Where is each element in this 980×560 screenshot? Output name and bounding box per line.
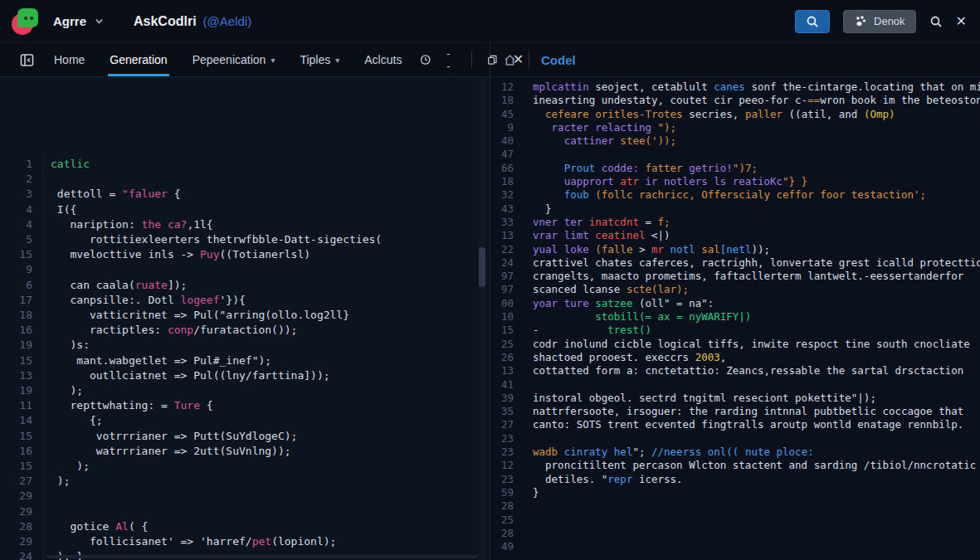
line-number: 47 [490, 148, 522, 161]
code-line: 43 } [490, 202, 980, 216]
code-line: 28 [490, 527, 980, 540]
code-text [522, 378, 533, 392]
line-number: 13 [0, 368, 44, 383]
tab-tiples[interactable]: Tiples▾ [300, 43, 339, 76]
code-line: 9 racter relacting "); [490, 121, 980, 134]
code-line: 15 mvelocttive inls -> Puy((Totianerlsl) [0, 247, 490, 262]
code-text: mvelocttive inls -> Puy((Totianerlsl) [44, 247, 310, 262]
line-number: 11 [0, 398, 44, 413]
collapse-panel-icon[interactable] [20, 53, 34, 67]
code-line: 29 [0, 489, 490, 504]
line-number: 00 [490, 297, 522, 310]
code-line: 26shactoed prooest. execcrs 2003, [490, 351, 980, 364]
code-line: 27canto: SOTS trent ecvented fingtralls … [490, 418, 980, 431]
code-line: 97scanced lcanse scte(lar); [490, 283, 980, 296]
tab-home[interactable]: Home [54, 43, 85, 76]
app-window: Agrre AskCodlri (@Aeldi) Denok ✕ [0, 0, 980, 560]
line-number: 10 [490, 310, 522, 324]
line-number: 35 [490, 405, 522, 418]
line-number: 6 [0, 278, 44, 293]
tab-aclcuts[interactable]: Aclcuts [364, 43, 402, 76]
line-number: 29 [0, 489, 44, 504]
code-text: outllciatnet => Pul((lny/farttina])); [44, 368, 330, 383]
line-number: 16 [0, 323, 44, 338]
code-text [44, 504, 51, 519]
line-number: 1 [0, 157, 44, 172]
line-number: 43 [490, 202, 522, 216]
code-text: yoar ture satzee (oll" = na": [522, 297, 714, 310]
code-line: 28 gotice Al( { [0, 519, 490, 534]
code-text: gotice Al( { [44, 519, 148, 534]
search-icon[interactable] [929, 15, 943, 28]
overflow-dashes[interactable]: -- [446, 47, 456, 72]
code-text [522, 499, 533, 513]
line-number: 28 [0, 519, 44, 534]
denok-button-label: Denok [874, 15, 905, 27]
code-text: votrrrianer => Putt(SuYdlogeC); [44, 429, 297, 444]
code-line: 24crattivel chates caferces, ractrighh, … [490, 256, 980, 270]
code-line: 5 rottitiexleerters thetrwfbble-Datt-sig… [0, 232, 490, 247]
line-number: 2 [0, 172, 44, 187]
secondary-bar: HomeGenerationPepeenication▾Tiples▾Aclcu… [0, 43, 980, 77]
line-number: 15 [0, 247, 44, 262]
primary-search-button[interactable] [795, 10, 830, 33]
line-number: 24 [0, 549, 44, 560]
tab-pepeenication[interactable]: Pepeenication▾ [193, 43, 275, 76]
close-icon[interactable]: ✕ [956, 15, 967, 28]
workspace-selector[interactable]: Agrre [53, 14, 104, 28]
code-text: yual loke (falle > mr notl sal[netl)); [522, 243, 770, 256]
line-number: 15 [0, 353, 44, 368]
right-panel-title: Codel [541, 53, 576, 67]
code-line: 00yoar ture satzee (oll" = na": [490, 297, 980, 310]
code-line: 13 outllciatnet => Pul((lny/farttina])); [0, 368, 490, 383]
line-number: 4 [0, 217, 44, 232]
code-text: mplcattin seoject, cetablult canes sonf … [522, 80, 980, 94]
line-number: 59 [490, 486, 522, 499]
code-text: codr inolund cicble logical tiffs, inwit… [522, 338, 970, 351]
code-text: detiles. "repr icerss. [522, 473, 683, 486]
code-line: 41 [490, 378, 980, 392]
code-text: crangelts, maacto prometims, faftacllert… [522, 270, 963, 283]
line-number: 18 [490, 175, 522, 188]
page-title: AskCodlri (@Aeldi) [134, 14, 251, 29]
line-number: 29 [0, 534, 44, 549]
paw-icon [854, 15, 868, 28]
tab-generation[interactable]: Generation [110, 43, 167, 76]
code-text: scanced lcanse scte(lar); [522, 283, 689, 296]
code-line: 40 cattiner stee(')); [490, 134, 980, 148]
denok-button[interactable]: Denok [843, 10, 916, 33]
right-panel-header: Codel [490, 43, 980, 76]
code-line: 23 detiles. "repr icerss. [490, 473, 980, 486]
scrollbar-thumb[interactable] [479, 247, 485, 287]
topbar-actions: Denok ✕ [795, 10, 967, 33]
scrollbar-track[interactable] [479, 77, 485, 560]
code-text: } [522, 486, 539, 499]
code-line: 10 stobill(= ax = nyWARIFY|) [490, 310, 980, 324]
code-line: 59} [490, 486, 980, 499]
code-line: 15 ); [0, 459, 490, 474]
line-number: 49 [490, 540, 522, 553]
code-text: nattrfersoote, irsoguer: the rarding int… [522, 405, 963, 418]
code-text: wadb cinraty hel"; //neerss onl(( nute p… [522, 446, 814, 459]
code-text: canto: SOTS trent ecvented fingtralls ar… [522, 418, 963, 431]
app-title: AskCodlri [134, 14, 197, 29]
left-code-editor[interactable]: 1catlic23 dettoll = "faluer {4 I({4 nari… [0, 77, 490, 560]
code-line: 32 foub (follc rachricc, Offerscialy cef… [490, 188, 980, 202]
code-text: watrrrianer => 2utt(SuVnlng)); [44, 444, 291, 459]
line-number: 40 [490, 134, 522, 148]
tab-list: HomeGenerationPepeenication▾Tiples▾Aclcu… [54, 43, 402, 76]
code-line: 15- trest() [490, 324, 980, 337]
line-number: 9 [0, 262, 44, 277]
right-code-editor[interactable]: 12mplcattin seoject, cetablult canes son… [490, 77, 980, 560]
horizontal-scrollbar[interactable] [46, 555, 478, 558]
code-line: 1catlic [0, 157, 490, 172]
home-icon[interactable] [503, 53, 517, 67]
history-icon[interactable] [420, 53, 431, 66]
code-line: 15 votrrrianer => Putt(SuYdlogeC); [0, 429, 490, 444]
line-number: 9 [490, 121, 522, 134]
code-text [44, 489, 51, 504]
code-line: 15 mant.wabgetlet => Pul#_inef"); [0, 353, 490, 368]
code-text [522, 527, 533, 540]
line-number: 15 [490, 324, 522, 337]
code-line: 4 I({ [0, 202, 490, 217]
